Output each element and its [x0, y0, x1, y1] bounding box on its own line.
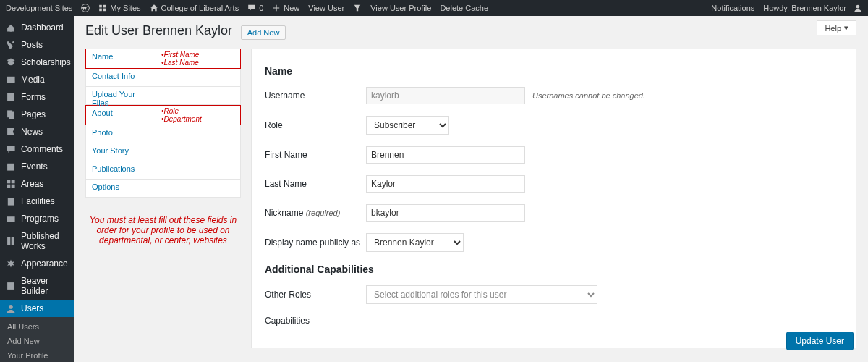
- tab-photo[interactable]: Photo: [85, 125, 241, 143]
- sites-icon: [98, 4, 107, 12]
- news-icon: [6, 127, 16, 137]
- new-link[interactable]: New: [272, 4, 299, 12]
- update-user-button[interactable]: Update User: [786, 332, 854, 350]
- admin-sidebar: DashboardPostsScholarshipsMediaFormsPage…: [0, 16, 74, 362]
- wordpress-icon[interactable]: [81, 4, 90, 12]
- svg-rect-3: [100, 9, 103, 12]
- sidebar-item-programs[interactable]: Programs: [0, 210, 74, 227]
- svg-rect-19: [7, 185, 10, 188]
- howdy-link[interactable]: Howdy, Brennen Kaylor: [763, 4, 862, 12]
- tab-publications[interactable]: Publications: [85, 161, 241, 180]
- dashboard-icon: [6, 22, 16, 33]
- sidebar-item-users[interactable]: Users: [0, 300, 74, 317]
- sidebar-item-comments[interactable]: Comments: [0, 140, 74, 158]
- firstname-input[interactable]: [366, 146, 525, 164]
- home-icon: [150, 4, 158, 12]
- site-group-link[interactable]: Development Sites: [6, 4, 72, 12]
- comments-icon: [6, 144, 16, 154]
- appearance-icon: [6, 258, 16, 269]
- tab-required: [158, 161, 240, 179]
- capabilities-label: Capabilities: [265, 316, 366, 326]
- sidebar-subitem-add-new[interactable]: Add New: [0, 334, 74, 348]
- media-icon: [6, 75, 16, 85]
- tab-upload-your-files[interactable]: Upload Your Files: [85, 87, 241, 105]
- tab-required: [158, 69, 240, 86]
- tab-required: [158, 125, 240, 143]
- sidebar-item-forms[interactable]: Forms: [0, 88, 74, 106]
- svg-point-7: [12, 41, 14, 43]
- display-select[interactable]: Brennen Kaylor: [366, 233, 464, 252]
- sidebar-item-events[interactable]: Events: [0, 158, 74, 175]
- sidebar-item-scholarships[interactable]: Scholarships: [0, 54, 74, 71]
- other-roles-select[interactable]: Select additional roles for this user: [366, 285, 597, 304]
- delete-cache-link[interactable]: Delete Cache: [440, 4, 488, 12]
- lastname-input[interactable]: [366, 175, 525, 193]
- sidebar-subitem-your-profile[interactable]: Your Profile: [0, 348, 74, 362]
- svg-point-28: [9, 305, 13, 309]
- other-roles-label: Other Roles: [265, 290, 366, 300]
- beaver-builder-icon: [6, 281, 16, 291]
- site-name-link[interactable]: College of Liberal Arts: [150, 4, 239, 12]
- sidebar-item-media[interactable]: Media: [0, 71, 74, 88]
- my-sites-link[interactable]: My Sites: [98, 4, 140, 12]
- sidebar-item-appearance[interactable]: Appearance: [0, 255, 74, 272]
- tab-label: Name: [86, 49, 158, 68]
- sidebar-item-areas[interactable]: Areas: [0, 175, 74, 193]
- comment-icon: [247, 4, 256, 12]
- sidebar-subitem-all-users[interactable]: All Users: [0, 319, 74, 334]
- tab-name[interactable]: Name•First Name •Last Name: [85, 49, 241, 69]
- tabs-column: Name•First Name •Last NameContact InfoUp…: [85, 49, 241, 348]
- tab-options[interactable]: Options: [85, 180, 241, 198]
- areas-icon: [6, 179, 16, 189]
- tab-label: Photo: [86, 125, 158, 143]
- notifications-link[interactable]: Notifications: [711, 4, 754, 12]
- pages-icon: [6, 109, 16, 119]
- sidebar-item-beaver-builder[interactable]: Beaver Builder: [0, 272, 74, 300]
- scholarships-icon: [6, 57, 16, 67]
- tab-label: Publications: [86, 161, 158, 179]
- events-icon: [6, 161, 16, 172]
- section-heading-caps: Additional Capabilities: [265, 264, 843, 275]
- sidebar-item-pages[interactable]: Pages: [0, 106, 74, 123]
- facilities-icon: [6, 196, 16, 206]
- users-icon: [6, 303, 16, 313]
- page-title: Edit User Brennen Kaylor: [85, 23, 232, 38]
- nickname-input[interactable]: [366, 204, 525, 222]
- form-panel: Name Username Usernames cannot be change…: [251, 49, 856, 348]
- username-label: Username: [265, 90, 366, 101]
- comments-link[interactable]: 0: [247, 4, 263, 12]
- tab-contact-info[interactable]: Contact Info: [85, 69, 241, 87]
- svg-rect-1: [100, 5, 103, 8]
- add-new-button[interactable]: Add New: [241, 25, 286, 40]
- svg-rect-18: [12, 180, 15, 183]
- tab-label: Contact Info: [86, 69, 158, 86]
- svg-rect-2: [103, 5, 106, 8]
- svg-rect-22: [9, 200, 10, 201]
- svg-rect-6: [10, 29, 12, 32]
- display-label: Display name publicly as: [265, 237, 366, 248]
- tab-label: About: [86, 106, 158, 125]
- tab-required: [158, 180, 240, 197]
- svg-rect-8: [7, 77, 14, 83]
- sidebar-item-dashboard[interactable]: Dashboard: [0, 19, 74, 36]
- sidebar-item-news[interactable]: News: [0, 123, 74, 140]
- role-select[interactable]: Subscriber: [366, 116, 449, 135]
- svg-rect-23: [12, 200, 12, 201]
- sidebar-item-posts[interactable]: Posts: [0, 36, 74, 54]
- avatar-icon: [854, 4, 862, 12]
- tab-required: [158, 143, 240, 161]
- tab-your-story[interactable]: Your Story: [85, 143, 241, 161]
- view-user-link[interactable]: View User: [308, 4, 344, 12]
- tab-label: Your Story: [86, 143, 158, 161]
- forms-icon: [6, 92, 16, 102]
- view-profile-link[interactable]: View User Profile: [370, 4, 431, 12]
- yoast-icon[interactable]: [353, 4, 362, 12]
- sidebar-item-published-works[interactable]: Published Works: [0, 227, 74, 255]
- svg-point-5: [856, 5, 860, 9]
- svg-rect-21: [8, 198, 14, 206]
- tab-about[interactable]: About•Role •Department: [85, 105, 241, 125]
- programs-icon: [6, 214, 16, 224]
- sidebar-item-facilities[interactable]: Facilities: [0, 193, 74, 210]
- help-tab[interactable]: Help▾: [817, 20, 856, 35]
- content-area: Help▾ Edit User Brennen Kaylor Add New N…: [74, 16, 868, 362]
